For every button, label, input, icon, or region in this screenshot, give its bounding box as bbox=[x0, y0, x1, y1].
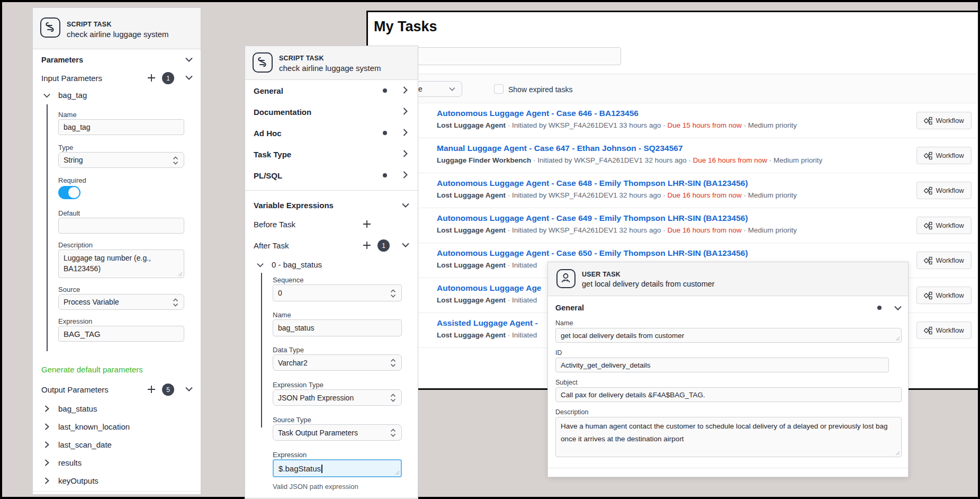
task-title-link[interactable]: Autonomous Luggage Agent - Case 650 - Em… bbox=[437, 248, 748, 258]
input-parameters-count-badge: 1 bbox=[162, 72, 174, 84]
source-type-select[interactable]: Task Output Parameters bbox=[273, 424, 402, 441]
workflow-button[interactable]: Workflow bbox=[916, 287, 972, 304]
task-title-link[interactable]: Autonomous Luggage Agent - Case 648 - Em… bbox=[437, 179, 748, 188]
input-parameters-label: Input Parameters bbox=[41, 74, 102, 83]
chevron-down-icon[interactable] bbox=[185, 57, 193, 62]
plus-icon[interactable] bbox=[147, 385, 156, 394]
chevron-right-icon[interactable] bbox=[44, 423, 49, 430]
plus-icon[interactable] bbox=[363, 220, 371, 228]
chevron-right-icon[interactable] bbox=[44, 405, 49, 412]
workflow-button[interactable]: Workflow bbox=[916, 322, 972, 339]
task-row[interactable]: Autonomous Luggage Agent - Case 648 - Em… bbox=[368, 173, 978, 208]
sequence-spinner[interactable]: 0 bbox=[273, 284, 402, 301]
workflow-icon bbox=[924, 256, 932, 265]
chevron-down-icon[interactable] bbox=[185, 387, 193, 391]
variable-expressions-label: Variable Expressions bbox=[254, 201, 334, 210]
required-toggle[interactable] bbox=[58, 186, 80, 199]
plus-icon[interactable] bbox=[363, 241, 371, 250]
spinner-updown-icon[interactable] bbox=[390, 289, 396, 298]
chevron-right-icon[interactable] bbox=[403, 86, 408, 94]
resize-grip[interactable] bbox=[178, 272, 183, 277]
resize-grip[interactable] bbox=[395, 470, 400, 475]
description-textarea[interactable]: Luggage tag number (e.g., BA123456) bbox=[58, 250, 184, 278]
task-title-link[interactable]: Autonomous Luggage Agent - Case 649 - Em… bbox=[437, 213, 748, 223]
script-task-icon bbox=[253, 52, 273, 73]
task-title: check airline luggage system bbox=[67, 30, 169, 39]
after-task-label: After Task bbox=[254, 241, 289, 250]
output-param-item[interactable]: keyOutputs bbox=[58, 476, 98, 485]
select-updown-icon bbox=[390, 429, 396, 437]
menu-item-documentation[interactable]: Documentation bbox=[254, 108, 311, 117]
modified-dot bbox=[383, 173, 387, 177]
generate-default-parameters-link[interactable]: Generate default parameters bbox=[41, 365, 143, 374]
data-type-select[interactable]: Varchar2 bbox=[273, 354, 402, 371]
bag-tag-item-label[interactable]: bag_tag bbox=[58, 91, 87, 100]
menu-item-plsql[interactable]: PL/SQL bbox=[254, 171, 282, 180]
chevron-right-icon[interactable] bbox=[403, 171, 408, 179]
chevron-right-icon[interactable] bbox=[44, 477, 49, 484]
resize-grip[interactable] bbox=[895, 336, 900, 341]
panel-header: USER TASK get local delivery details fro… bbox=[548, 262, 908, 296]
show-expired-checkbox[interactable] bbox=[494, 84, 504, 94]
subject-input[interactable]: Call pax for delivery details &F4A$BAG_T… bbox=[555, 387, 902, 402]
workflow-button[interactable]: Workflow bbox=[916, 252, 972, 269]
chevron-down-icon[interactable] bbox=[257, 263, 264, 268]
output-param-item[interactable]: last_scan_date bbox=[58, 440, 112, 449]
plus-icon[interactable] bbox=[147, 74, 156, 82]
panel-header: SCRIPT TASK check airline luggage system bbox=[245, 46, 418, 80]
panel-header: SCRIPT TASK check airline luggage system bbox=[33, 8, 201, 49]
expression-type-select[interactable]: JSON Path Expression bbox=[273, 389, 402, 406]
modified-dot bbox=[877, 306, 882, 310]
chevron-right-icon[interactable] bbox=[44, 459, 49, 466]
workflow-button[interactable]: Workflow bbox=[916, 217, 972, 234]
chevron-right-icon[interactable] bbox=[44, 441, 49, 448]
chevron-down-icon[interactable] bbox=[43, 93, 50, 98]
output-parameters-count-badge: 5 bbox=[162, 384, 174, 396]
output-param-item[interactable]: results bbox=[58, 458, 82, 467]
desktop-background: My Tasks e Show expired tasks Autonomous… bbox=[2, 2, 978, 497]
chevron-down-icon[interactable] bbox=[402, 203, 409, 208]
id-input[interactable]: Activity_get_delivery_details bbox=[555, 358, 889, 372]
workflow-icon bbox=[924, 152, 932, 160]
task-title-link[interactable]: Manual Luggage Agent - Case 647 - Ethan … bbox=[437, 144, 683, 153]
task-type-label: SCRIPT TASK bbox=[279, 55, 324, 62]
output-param-item[interactable]: last_known_location bbox=[58, 422, 130, 431]
type-select[interactable]: String bbox=[58, 152, 184, 168]
chevron-right-icon[interactable] bbox=[403, 150, 408, 157]
chevron-down-icon bbox=[449, 87, 455, 91]
chevron-down-icon[interactable] bbox=[894, 306, 902, 310]
name-textarea[interactable]: get local delivery details from customer bbox=[555, 328, 902, 343]
chevron-right-icon[interactable] bbox=[403, 108, 408, 115]
task-title: get local delivery details from customer bbox=[582, 280, 715, 288]
task-title-link[interactable]: Assisted Luggage Agent - bbox=[437, 318, 538, 328]
expression-textarea[interactable]: $.bagStatus bbox=[273, 459, 402, 477]
output-parameters-label: Output Parameters bbox=[41, 385, 109, 394]
workflow-button[interactable]: Workflow bbox=[916, 182, 972, 199]
select-updown-icon bbox=[173, 298, 178, 307]
task-row[interactable]: Autonomous Luggage Agent - Case 646 - BA… bbox=[368, 103, 978, 138]
name-input[interactable]: bag_tag bbox=[58, 119, 184, 135]
chevron-down-icon[interactable] bbox=[185, 75, 193, 80]
default-input[interactable] bbox=[58, 218, 184, 234]
expression-item-label[interactable]: 0 - bag_status bbox=[272, 260, 322, 269]
resize-grip[interactable] bbox=[895, 451, 900, 456]
output-param-item[interactable]: bag_status bbox=[58, 404, 97, 413]
chevron-down-icon[interactable] bbox=[402, 243, 409, 247]
expression-type-label: Expression Type bbox=[273, 381, 323, 389]
task-title-link[interactable]: Autonomous Luggage Age bbox=[437, 283, 541, 293]
description-textarea[interactable]: Have a human agent contact the customer … bbox=[555, 417, 902, 457]
task-title-link[interactable]: Autonomous Luggage Agent - Case 646 - BA… bbox=[437, 109, 639, 118]
chevron-right-icon[interactable] bbox=[403, 129, 408, 136]
panel-footer-divider bbox=[245, 497, 418, 498]
menu-item-task-type[interactable]: Task Type bbox=[254, 150, 291, 159]
menu-item-ad-hoc[interactable]: Ad Hoc bbox=[254, 129, 282, 138]
task-row[interactable]: Manual Luggage Agent - Case 647 - Ethan … bbox=[368, 138, 978, 173]
workflow-button[interactable]: Workflow bbox=[916, 147, 972, 164]
menu-item-general[interactable]: General bbox=[254, 86, 283, 95]
expression-input[interactable]: BAG_TAG bbox=[58, 326, 184, 342]
task-subtitle: Lost Luggage Agent · Initiated bbox=[437, 296, 537, 304]
workflow-button[interactable]: Workflow bbox=[916, 112, 972, 129]
name-input[interactable]: bag_status bbox=[273, 319, 402, 336]
source-select[interactable]: Process Variable bbox=[58, 294, 184, 310]
task-row[interactable]: Autonomous Luggage Agent - Case 649 - Em… bbox=[368, 208, 978, 243]
